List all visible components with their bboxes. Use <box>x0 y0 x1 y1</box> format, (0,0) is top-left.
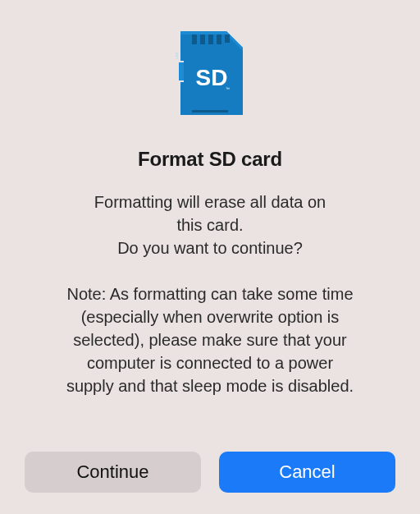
continue-button[interactable]: Continue <box>25 452 201 493</box>
svg-rect-3 <box>200 34 205 44</box>
sd-card-icon: LOCK SD ™ <box>174 28 246 118</box>
dialog-title: Format SD card <box>138 148 282 171</box>
svg-rect-0 <box>179 62 184 80</box>
note-line-2: (especially when overwrite option is <box>25 305 395 328</box>
note-line-5: supply and that sleep mode is disabled. <box>25 374 395 397</box>
body-line-1: Formatting will erase all data on <box>25 190 395 213</box>
svg-rect-7 <box>192 110 228 112</box>
svg-rect-2 <box>192 34 197 44</box>
body-line-2: this card. <box>25 213 395 236</box>
body-line-3: Do you want to continue? <box>25 236 395 259</box>
spacer <box>25 259 395 282</box>
cancel-button[interactable]: Cancel <box>219 452 395 493</box>
svg-text:™: ™ <box>226 86 230 91</box>
dialog-body: Formatting will erase all data on this c… <box>25 190 395 397</box>
note-line-3: selected), please make sure that your <box>25 328 395 351</box>
button-row: Continue Cancel <box>25 434 395 493</box>
svg-text:SD: SD <box>196 65 228 90</box>
svg-rect-5 <box>217 34 221 44</box>
sd-card-svg: LOCK SD ™ <box>174 28 246 118</box>
svg-rect-6 <box>225 34 230 43</box>
note-line-4: computer is connected to a power <box>25 351 395 374</box>
svg-text:LOCK: LOCK <box>176 53 179 59</box>
note-line-1: Note: As formatting can take some time <box>25 282 395 305</box>
svg-rect-4 <box>208 34 213 44</box>
